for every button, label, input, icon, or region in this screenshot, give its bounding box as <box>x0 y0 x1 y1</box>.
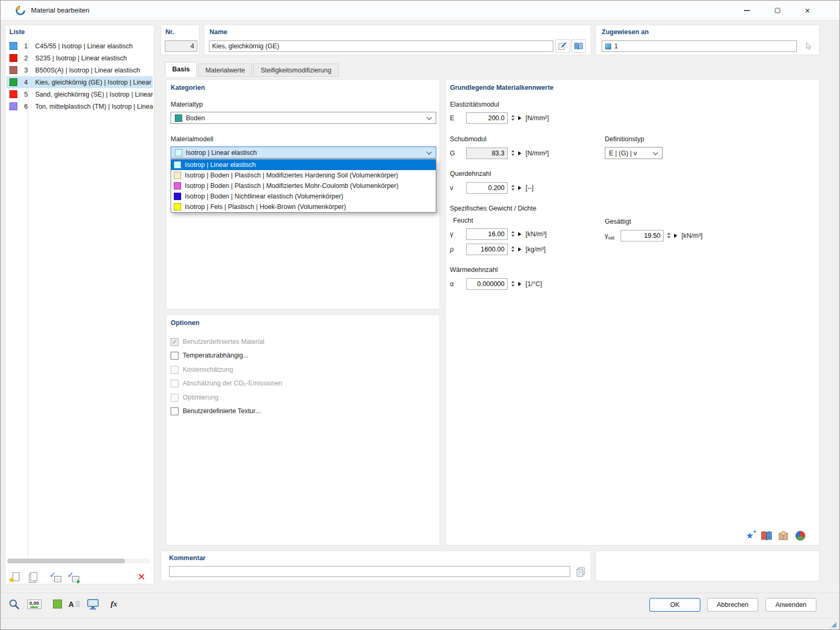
list-item-label: Sand, gleichkörnig (SE) | Isotrop | Line… <box>35 91 153 98</box>
chevron-down-icon <box>426 152 432 154</box>
list-item-5[interactable]: 5 Sand, gleichkörnig (SE) | Isotrop | Li… <box>6 88 153 100</box>
e-input[interactable] <box>466 112 508 124</box>
add-favorite-button[interactable]: ★ + <box>742 529 757 543</box>
dropdown-item-label: Isotrop | Linear elastisch <box>185 161 256 169</box>
delete-material-button[interactable]: ✕ <box>138 571 145 583</box>
gamma-sat-detail-arrow[interactable] <box>674 234 677 238</box>
option-temperaturabhaengig[interactable]: Temperaturabhängig... <box>171 350 248 361</box>
option-co2-emissionen: Abschätzung der CO₂-Emissionen <box>171 378 282 388</box>
decimal-places-button[interactable]: 0,00 <box>27 597 41 611</box>
maximize-button[interactable] <box>765 1 790 20</box>
materialtyp-combo[interactable]: Boden <box>171 112 436 124</box>
gamma-input[interactable] <box>466 228 508 240</box>
checkbox-unchecked[interactable] <box>171 407 178 415</box>
rename-button[interactable] <box>555 39 570 53</box>
nu-detail-arrow[interactable] <box>518 186 521 190</box>
option-benutzerdefinierte-textur[interactable]: Benutzerdefinierte Textur... <box>171 406 260 416</box>
g-spinner[interactable] <box>509 150 516 156</box>
dropdown-item-label: Isotrop | Boden | Plastisch | Modifizier… <box>185 172 398 179</box>
materialmodell-combo[interactable]: Isotrop | Linear elastisch <box>171 146 436 159</box>
spezifisches-gewicht-label: Spezifisches Gewicht / Dichte <box>450 205 537 212</box>
display-settings-button[interactable] <box>86 597 100 611</box>
close-button[interactable]: ✕ <box>795 1 820 20</box>
kommentar-templates-button[interactable] <box>573 565 588 579</box>
rho-detail-arrow[interactable] <box>518 247 521 251</box>
list-item-4-selected[interactable]: 4 Kies, gleichkörnig (GE) | Isotrop | Li… <box>6 76 153 88</box>
materialmodell-value: Isotrop | Linear elastisch <box>186 149 257 156</box>
texture-box-button[interactable] <box>776 529 791 543</box>
materialtyp-swatch <box>175 114 182 122</box>
gamma-detail-arrow[interactable] <box>518 232 521 236</box>
color-settings-button[interactable] <box>793 529 807 543</box>
alpha-input[interactable] <box>466 278 508 290</box>
new-star-icon: ★ <box>8 576 15 584</box>
checkbox-unchecked[interactable] <box>171 352 178 360</box>
library-book-icon <box>574 41 583 51</box>
ok-button[interactable]: OK <box>649 598 700 612</box>
list-horizontal-scrollbar[interactable] <box>7 559 150 563</box>
formula-button[interactable]: fx <box>107 597 121 611</box>
gamma-sat-input[interactable] <box>621 230 664 242</box>
tab-basis[interactable]: Basis <box>165 62 197 77</box>
nu-spinner[interactable] <box>509 185 516 191</box>
list-item-label: C45/55 | Isotrop | Linear elastisch <box>35 43 153 50</box>
dropdown-item-3[interactable]: Isotrop | Boden | Plastisch | Modifizier… <box>171 181 436 191</box>
apply-button[interactable]: Anwenden <box>765 598 816 612</box>
pencil-edit-icon <box>558 41 568 51</box>
waermedehnzahl-label: Wärmedehnzahl <box>450 266 498 274</box>
copy-material-button[interactable] <box>27 571 40 584</box>
alpha-spinner[interactable] <box>509 281 516 287</box>
assigned-card: Zugewiesen an 1 <box>595 25 820 55</box>
dropdown-item-5[interactable]: Isotrop | Fels | Plastisch | Hoek-Brown … <box>171 202 436 212</box>
name-input[interactable] <box>209 40 553 52</box>
resize-grip-icon[interactable] <box>831 622 836 627</box>
gamma-sat-symbol: γsat <box>605 232 621 239</box>
kategorien-panel: Kategorien Materialtyp Boden Materialmod… <box>166 79 440 309</box>
material-color-swatch <box>9 102 17 110</box>
alpha-detail-arrow[interactable] <box>518 282 521 286</box>
material-color-button[interactable] <box>50 597 65 611</box>
cancel-button[interactable]: Abbrechen <box>707 598 758 612</box>
gamma-spinner[interactable] <box>509 231 516 237</box>
definitionstyp-combo[interactable]: E | (G) | ν <box>605 147 663 159</box>
list-item-number: 3 <box>19 67 28 74</box>
search-settings-button[interactable] <box>7 597 22 611</box>
rho-unit: [kg/m³] <box>526 246 545 253</box>
gesaettigt-label: Gesättigt <box>605 218 631 225</box>
material-library-button[interactable] <box>571 39 586 53</box>
e-detail-arrow[interactable] <box>518 116 521 120</box>
nu-input[interactable] <box>466 182 508 194</box>
solid-object-icon <box>605 44 611 49</box>
dropdown-item-1-selected[interactable]: Isotrop | Linear elastisch <box>171 160 436 170</box>
name-label: Name <box>209 28 227 36</box>
check-apply-button[interactable]: ✓ <box>67 571 80 584</box>
list-item-6[interactable]: 6 Ton, mittelplastisch (TM) | Isotrop | … <box>6 100 153 112</box>
tab-steifigkeitsmodifizierung[interactable]: Steifigkeitsmodifizierung <box>253 64 339 77</box>
gamma-symbol: γ <box>450 230 466 238</box>
kommentar-input[interactable] <box>169 566 570 577</box>
material-color-swatch <box>9 42 17 50</box>
check-all-button[interactable]: ✓ <box>49 571 62 584</box>
rho-spinner[interactable] <box>509 246 516 252</box>
dropdown-item-4[interactable]: Isotrop | Boden | Nichtlinear elastisch … <box>171 191 436 202</box>
gamma-sat-spinner[interactable] <box>665 233 672 238</box>
font-settings-button[interactable]: A <box>67 597 81 611</box>
maximize-icon <box>775 8 780 13</box>
new-material-button[interactable]: ★ <box>9 571 22 584</box>
minimize-button[interactable] <box>734 1 759 20</box>
copy-icon <box>30 572 37 581</box>
list-item-2[interactable]: 2 S235 | Isotrop | Linear elastisch <box>6 52 153 64</box>
dropdown-item-2[interactable]: Isotrop | Boden | Plastisch | Modifizier… <box>171 170 436 181</box>
material-library-button-2[interactable] <box>759 529 774 543</box>
g-detail-arrow[interactable] <box>518 151 521 155</box>
scrollbar-thumb[interactable] <box>7 559 125 563</box>
e-spinner[interactable] <box>509 115 516 121</box>
g-input <box>466 148 508 159</box>
list-item-1[interactable]: 1 C45/55 | Isotrop | Linear elastisch <box>6 40 153 52</box>
list-item-3[interactable]: 3 B500S(A) | Isotrop | Linear elastisch <box>6 64 153 76</box>
window-title: Material bearbeiten <box>31 6 89 14</box>
rho-input[interactable] <box>466 244 508 255</box>
list-item-label: Ton, mittelplastisch (TM) | Isotrop | Li… <box>35 103 153 110</box>
tab-materialwerte[interactable]: Materialwerte <box>198 64 252 77</box>
rho-symbol: ρ <box>450 246 466 253</box>
